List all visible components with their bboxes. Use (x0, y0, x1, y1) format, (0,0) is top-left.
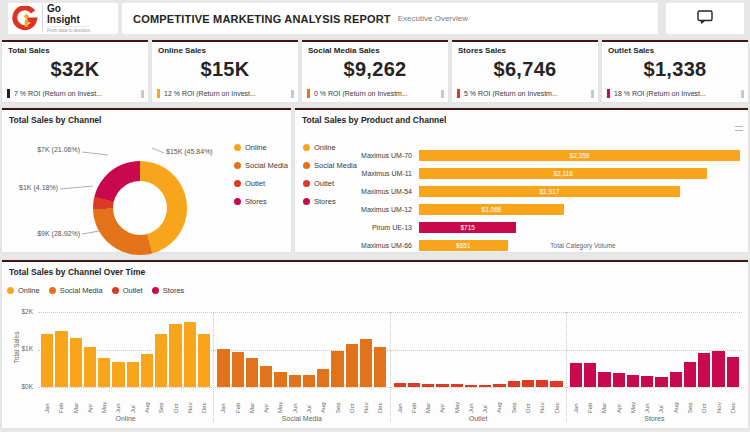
month-label: Mar (249, 389, 255, 413)
bar-outlet-dec[interactable] (550, 381, 562, 387)
bar-stores-jul[interactable] (655, 377, 667, 387)
kpi-card-5[interactable]: Outlet Sales$1,33818 % ROI (Return on In… (602, 40, 748, 102)
bar-outlet-jul[interactable] (479, 385, 491, 387)
kpi-card-1[interactable]: Total Sales$32K7 % ROI (Return on Invest… (2, 40, 148, 102)
scrollbar-nub[interactable] (591, 90, 594, 98)
month-tick: Oct (521, 389, 535, 413)
bar-outlet-oct[interactable] (522, 380, 534, 387)
bar-stores-feb[interactable] (584, 363, 596, 387)
scrollbar-nub[interactable] (141, 90, 144, 98)
bar-social_media-may[interactable] (274, 372, 286, 387)
bar-social_media-feb[interactable] (232, 352, 244, 387)
kpi-card-3[interactable]: Social Media Sales$9,2620 % ROI (Return … (302, 40, 448, 102)
bar-stores-dec[interactable] (727, 357, 739, 387)
bar-social_media-jul[interactable] (303, 375, 315, 387)
bar-online-sep[interactable] (155, 334, 167, 387)
bar-outlet-nov[interactable] (536, 380, 548, 387)
legend-label: Social Media (60, 286, 103, 295)
comment-button[interactable] (666, 3, 744, 34)
donut-ring[interactable] (93, 161, 187, 255)
bar-outlet-feb[interactable] (408, 383, 420, 387)
month-label: Dec (554, 389, 560, 413)
kpi-card-value: $1,338 (602, 58, 748, 81)
bar-social_media-dec[interactable] (374, 347, 386, 388)
month-tick: Nov (359, 389, 373, 413)
bar-stores-apr[interactable] (613, 373, 625, 387)
product-row: Maximus UM-11$2,118 (295, 164, 740, 182)
bar-online-jan[interactable] (41, 334, 53, 387)
scrollbar-nub[interactable] (741, 90, 744, 98)
time-group-label-outlet: Outlet (391, 415, 566, 422)
donut-legend-item-online[interactable]: Online (234, 138, 288, 156)
bar-online-jun[interactable] (112, 362, 124, 387)
bar-online-nov[interactable] (184, 322, 196, 387)
month-tick: Apr (83, 389, 97, 413)
bar-outlet-mar[interactable] (422, 384, 434, 387)
month-tick: Aug (316, 389, 330, 413)
roi-text: 12 % ROI (Return on Invest... (164, 90, 291, 97)
donut-chart[interactable]: $7K (21.06%) $15K (45.84%) $1K (4.18%) $… (2, 126, 291, 252)
bar-stores-nov[interactable] (712, 351, 724, 387)
bar-social_media-jun[interactable] (289, 375, 301, 387)
bar-stores-mar[interactable] (598, 372, 610, 387)
time-group-label-social_media: Social Media (214, 415, 389, 422)
time-legend-item-stores[interactable]: Stores (152, 284, 185, 296)
time-group-label-online: Online (38, 415, 213, 422)
bar-stores-jan[interactable] (570, 363, 582, 387)
bar-outlet-may[interactable] (451, 384, 463, 387)
bar-online-jul[interactable] (127, 362, 139, 387)
bar-stores-may[interactable] (627, 375, 639, 387)
product-bar-1[interactable]: $2,359 (419, 150, 740, 161)
scrollbar-nub[interactable] (441, 90, 444, 98)
product-bar-3[interactable]: $1,917 (419, 186, 680, 197)
product-bar-4[interactable]: $1,066 (419, 204, 564, 215)
month-label: Dec (201, 389, 207, 413)
bar-social_media-nov[interactable] (360, 339, 372, 387)
month-label: Jul (306, 389, 312, 413)
donut-legend-item-social_media[interactable]: Social Media (234, 156, 288, 174)
bar-stores-aug[interactable] (670, 372, 682, 387)
bar-online-dec[interactable] (198, 334, 210, 387)
bar-social_media-apr[interactable] (260, 366, 272, 387)
bar-outlet-jun[interactable] (465, 385, 477, 387)
bar-outlet-aug[interactable] (493, 384, 505, 387)
bar-stores-sep[interactable] (684, 362, 696, 388)
month-label: Jun (115, 389, 121, 413)
time-legend-item-online[interactable]: Online (7, 284, 40, 296)
bar-stores-oct[interactable] (698, 353, 710, 387)
scrollbar-nub[interactable] (291, 90, 294, 98)
month-tick: Nov (183, 389, 197, 413)
bar-outlet-sep[interactable] (508, 381, 520, 387)
month-tick: Apr (612, 389, 626, 413)
bar-online-mar[interactable] (70, 338, 82, 388)
bar-online-aug[interactable] (141, 354, 153, 387)
bar-online-may[interactable] (98, 358, 110, 387)
kpi-card-4[interactable]: Stores Sales$6,7465 % ROI (Return on Inv… (452, 40, 598, 102)
bar-outlet-jan[interactable] (394, 383, 406, 387)
time-legend-item-social_media[interactable]: Social Media (49, 284, 103, 296)
bar-social_media-oct[interactable] (346, 344, 358, 387)
kpi-card-2[interactable]: Online Sales$15K12 % ROI (Return on Inve… (152, 40, 298, 102)
bar-online-apr[interactable] (84, 347, 96, 387)
product-bar-track: $715 (419, 222, 740, 233)
bar-online-oct[interactable] (169, 324, 181, 387)
product-bar-2[interactable]: $2,118 (419, 168, 707, 179)
month-label: Mar (425, 389, 431, 413)
donut-legend-item-outlet[interactable]: Outlet (234, 174, 288, 192)
donut-legend-item-stores[interactable]: Stores (234, 192, 288, 210)
bar-online-feb[interactable] (55, 331, 67, 387)
bar-social_media-jan[interactable] (217, 349, 229, 387)
scrollbar-handle[interactable] (735, 126, 743, 131)
bar-stores-jun[interactable] (641, 376, 653, 387)
product-bar-5[interactable]: $715 (419, 222, 516, 233)
product-category-label: Maximus UM-54 (295, 188, 419, 195)
time-legend-item-outlet[interactable]: Outlet (112, 284, 143, 296)
time-chart-panel: Total Sales by Channel Over Time OnlineS… (2, 260, 748, 428)
bar-social_media-aug[interactable] (317, 369, 329, 387)
month-label: Apr (263, 389, 269, 413)
bar-social_media-mar[interactable] (246, 358, 258, 387)
bar-outlet-apr[interactable] (436, 384, 448, 387)
bar-social_media-sep[interactable] (331, 351, 343, 387)
month-tick: Dec (549, 389, 563, 413)
y-tick-0k: $0K (9, 383, 33, 390)
